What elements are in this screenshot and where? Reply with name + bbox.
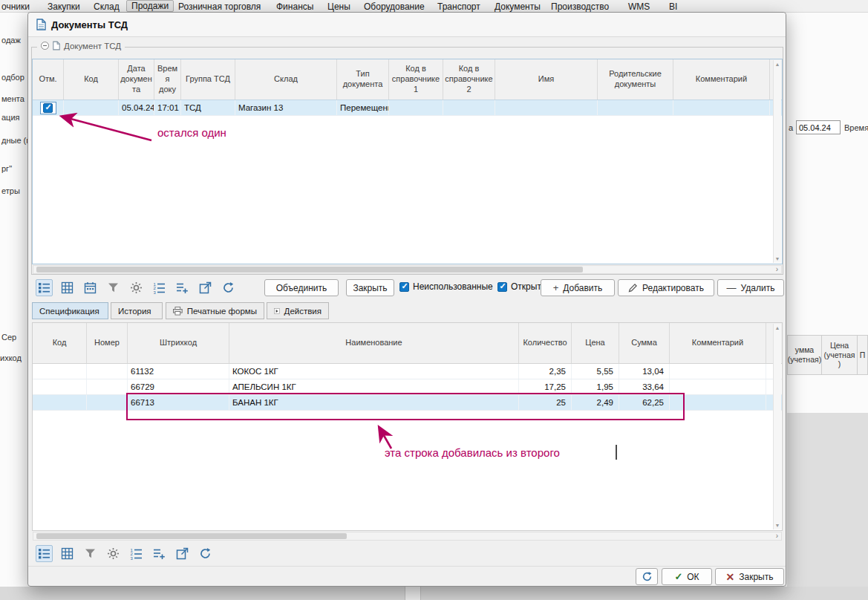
row-check-cell[interactable]: [40, 102, 56, 114]
menu-item-finansy[interactable]: Финансы: [276, 1, 313, 12]
cell-price[interactable]: 5,55: [572, 364, 619, 379]
tab-specification[interactable]: Спецификация: [32, 302, 108, 319]
filter-icon[interactable]: [105, 279, 122, 296]
document-row[interactable]: 05.04.24 17:01 ТСД Магазин 13 Перемещени: [33, 100, 782, 116]
column-header-kod1[interactable]: Код в справочнике 1: [389, 59, 443, 100]
cell-number[interactable]: [87, 395, 128, 410]
column-header-imya[interactable]: Имя: [495, 59, 598, 100]
specification-horizontal-scrollbar[interactable]: ›: [33, 532, 782, 541]
group-header[interactable]: Документ ТСД: [37, 41, 125, 50]
column-header-vremya[interactable]: Время доку: [154, 59, 181, 100]
menu-item-dokumenty[interactable]: Документы: [495, 1, 541, 12]
menu-item-bi[interactable]: BI: [669, 1, 677, 12]
column-header-kommentariy[interactable]: Комментарий: [670, 323, 766, 363]
settings-gear-icon[interactable]: [105, 545, 122, 562]
documents-vertical-scrollbar[interactable]: ▲▼: [773, 60, 781, 263]
column-header-parent[interactable]: Родительские документы: [598, 59, 673, 100]
cell-price[interactable]: 1,95: [572, 379, 619, 394]
unused-checkbox[interactable]: [399, 282, 409, 292]
bg-date-field[interactable]: 05.04.24: [796, 120, 841, 134]
menu-item-roznichnaya[interactable]: Розничная торговля: [178, 1, 261, 12]
tab-history[interactable]: История: [111, 302, 163, 319]
add-list-icon[interactable]: [174, 279, 191, 296]
menu-item-spravochniki[interactable]: очники: [1, 1, 30, 12]
cell-qty[interactable]: 17,25: [519, 379, 572, 394]
cell-code[interactable]: [33, 364, 87, 379]
column-header-nomer[interactable]: Номер: [87, 323, 128, 363]
cell-barcode[interactable]: 61132: [128, 364, 229, 379]
cell-code[interactable]: [64, 100, 119, 115]
export-icon[interactable]: [197, 279, 214, 296]
cell-comment[interactable]: [670, 379, 766, 394]
window-titlebar[interactable]: Документы ТСД: [28, 13, 786, 37]
list-view-icon[interactable]: [36, 545, 53, 562]
documents-horizontal-scrollbar[interactable]: ›: [33, 265, 782, 274]
specification-vertical-scrollbar[interactable]: ▲▼: [773, 324, 781, 529]
menu-item-zakupki[interactable]: Закупки: [48, 1, 80, 12]
cell-number[interactable]: [87, 379, 128, 394]
cell-comment[interactable]: [673, 100, 770, 115]
column-header-tip[interactable]: Тип документа: [337, 59, 389, 100]
scroll-right-arrow[interactable]: ›: [773, 532, 781, 540]
column-header-kod[interactable]: Код: [33, 323, 87, 363]
cell-group[interactable]: ТСД: [181, 100, 235, 115]
cell-barcode[interactable]: 66713: [128, 395, 229, 410]
menu-item-proizvodstvo[interactable]: Производство: [551, 1, 609, 12]
open-checkbox-group[interactable]: Открыт: [497, 281, 541, 292]
cell-ref2[interactable]: [443, 100, 495, 115]
collapse-icon[interactable]: [41, 42, 49, 50]
cell-comment[interactable]: [670, 364, 766, 379]
column-header-tsena[interactable]: Цена: [572, 323, 619, 363]
cell-qty[interactable]: 2,35: [519, 364, 572, 379]
numbered-list-icon[interactable]: 123: [128, 545, 145, 562]
column-header-gruppa[interactable]: Группа ТСД: [181, 59, 235, 100]
edit-button[interactable]: Редактировать: [618, 279, 714, 296]
menu-item-sklad[interactable]: Склад: [94, 1, 120, 12]
merge-button[interactable]: Объединить: [264, 279, 339, 296]
grid-view-icon[interactable]: [59, 279, 76, 296]
column-header-comment[interactable]: Комментарий: [673, 59, 770, 100]
cell-qty[interactable]: 25: [519, 395, 572, 410]
ok-button[interactable]: ✓ОК: [662, 568, 712, 585]
filter-icon[interactable]: [82, 545, 99, 562]
cell-comment[interactable]: [670, 395, 766, 410]
calendar-icon[interactable]: [82, 279, 99, 296]
menu-item-transport[interactable]: Транспорт: [437, 1, 480, 12]
numbered-list-icon[interactable]: 123: [151, 279, 168, 296]
menu-item-oborudovanie[interactable]: Оборудование: [364, 1, 425, 12]
menu-item-prodazhi[interactable]: Продажи: [126, 0, 174, 12]
tab-print-forms[interactable]: Печатные формы: [166, 302, 264, 319]
cell-code[interactable]: [33, 395, 87, 410]
column-header-data[interactable]: Дата документа: [119, 59, 154, 100]
settings-gear-icon[interactable]: [128, 279, 145, 296]
cell-ref1[interactable]: [389, 100, 443, 115]
export-icon[interactable]: [174, 545, 191, 562]
cell-sum[interactable]: 33,64: [619, 379, 670, 394]
cell-name[interactable]: БАНАН 1КГ: [229, 395, 519, 410]
column-header-summa[interactable]: Сумма: [619, 323, 670, 363]
cell-warehouse[interactable]: Магазин 13: [235, 100, 337, 115]
menu-item-tseny[interactable]: Цены: [327, 1, 350, 12]
menu-item-wms[interactable]: WMS: [628, 1, 650, 12]
cell-number[interactable]: [87, 364, 128, 379]
cell-sum[interactable]: 13,04: [619, 364, 670, 379]
column-header-otm[interactable]: Отм.: [33, 59, 64, 100]
row-checkbox[interactable]: [43, 103, 53, 113]
cell-barcode[interactable]: 66729: [128, 379, 229, 394]
spec-row[interactable]: 61132 КОКОС 1КГ 2,35 5,55 13,04: [33, 364, 782, 379]
footer-close-button[interactable]: ✕Закрыть: [715, 568, 784, 585]
column-header-naimenovanie[interactable]: Наименование: [229, 323, 519, 363]
unused-checkbox-group[interactable]: Неиспользованные: [399, 281, 493, 292]
refresh-icon[interactable]: [197, 545, 214, 562]
close-documents-button[interactable]: Закрыть: [346, 279, 394, 296]
list-view-icon[interactable]: [36, 279, 53, 296]
column-header-kod[interactable]: Код: [64, 59, 119, 100]
tab-actions[interactable]: Действия: [267, 302, 329, 319]
delete-button[interactable]: —Удалить: [717, 279, 784, 296]
open-checkbox[interactable]: [497, 282, 507, 292]
cell-name[interactable]: [495, 100, 598, 115]
refresh-icon[interactable]: [220, 279, 237, 296]
cell-price[interactable]: 2,49: [572, 395, 619, 410]
cell-time[interactable]: 17:01: [154, 100, 181, 115]
grid-view-icon[interactable]: [59, 545, 76, 562]
